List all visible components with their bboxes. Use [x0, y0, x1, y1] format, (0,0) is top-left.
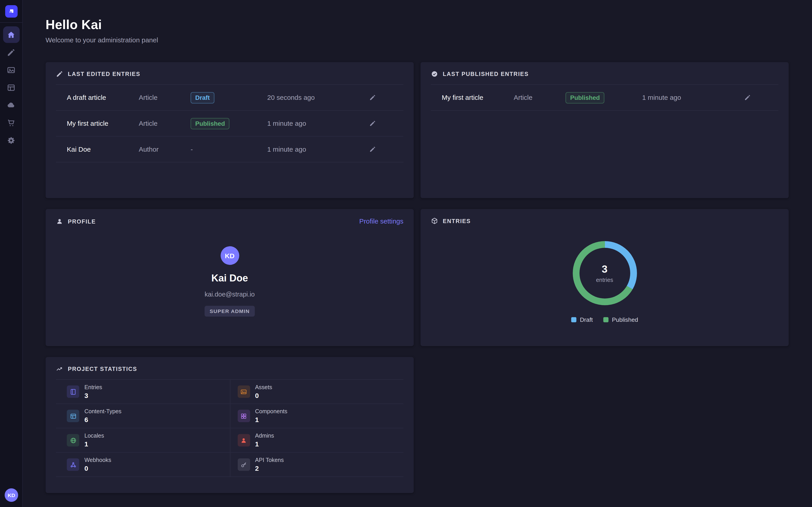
stat-value: 6	[84, 416, 121, 424]
trending-up-icon	[56, 365, 63, 373]
panel-title: LAST EDITED ENTRIES	[68, 71, 140, 77]
sidebar-item-marketplace[interactable]	[3, 114, 19, 131]
stat-label: Assets	[255, 384, 272, 390]
profile-name: Kai Doe	[211, 273, 248, 284]
globe-icon	[67, 434, 79, 446]
entry-kind: Article	[139, 119, 191, 127]
published-swatch	[603, 317, 608, 322]
entry-title: A draft article	[67, 94, 139, 101]
stat-value: 1	[255, 416, 287, 424]
stat-value: 1	[255, 440, 274, 448]
pencil-icon	[369, 94, 376, 101]
status-badge: Draft	[191, 92, 214, 103]
edit-entry-button[interactable]	[742, 92, 753, 103]
stat-label: API Tokens	[255, 457, 284, 463]
stat-value: 3	[84, 392, 102, 399]
edit-entry-button[interactable]	[367, 144, 378, 155]
sidebar-nav	[3, 26, 19, 149]
app-window: KD Hello Kai Welcome to your administrat…	[0, 0, 812, 507]
stat-label: Content-Types	[84, 408, 121, 414]
donut-label: entries	[596, 277, 613, 283]
donut-value: 3	[602, 264, 608, 275]
image-icon	[238, 385, 250, 398]
page-title: Hello Kai	[46, 17, 789, 32]
status-empty: -	[191, 145, 267, 153]
pencil-icon	[56, 70, 63, 77]
role-badge: SUPER ADMIN	[204, 306, 255, 317]
panel-last-published-entries: LAST PUBLISHED ENTRIES My first article …	[420, 62, 789, 198]
panel-title: ENTRIES	[443, 218, 471, 224]
profile-email: kai.doe@strapi.io	[205, 291, 255, 298]
layout-icon	[7, 83, 15, 92]
sidebar-item-content-type-builder[interactable]	[3, 79, 19, 96]
panel-project-statistics: PROJECT STATISTICS Entries 3	[46, 357, 414, 493]
legend-label: Published	[612, 317, 638, 323]
pencil-icon	[744, 94, 751, 101]
legend-item-published: Published	[603, 317, 638, 323]
person-icon	[56, 217, 63, 225]
stat-label: Components	[255, 408, 287, 414]
cloud-icon	[7, 101, 15, 110]
sidebar-item-media-library[interactable]	[3, 61, 19, 78]
page-subtitle: Welcome to your administration panel	[46, 36, 789, 44]
panel-title: PROJECT STATISTICS	[68, 366, 137, 372]
entries-donut: 3 entries	[572, 241, 637, 305]
panel-title: PROFILE	[68, 218, 96, 224]
entry-time: 20 seconds ago	[267, 94, 341, 101]
sidebar-item-home[interactable]	[3, 26, 19, 43]
stat-value: 2	[255, 465, 284, 472]
check-circle-icon	[431, 70, 438, 77]
stat-locales: Locales 1	[56, 428, 230, 453]
panel-last-edited-entries: LAST EDITED ENTRIES A draft article Arti…	[46, 62, 414, 198]
table-row[interactable]: My first article Article Published 1 min…	[56, 111, 404, 136]
sidebar-item-settings[interactable]	[3, 132, 19, 148]
draft-swatch	[571, 317, 576, 322]
entry-title: My first article	[442, 94, 514, 101]
chart-legend: Draft Published	[571, 317, 638, 323]
strapi-logo-icon	[5, 5, 17, 17]
entry-kind: Author	[139, 145, 191, 153]
stats-table: Entries 3 Assets 0	[56, 379, 404, 477]
stat-webhooks: Webhooks 0	[56, 453, 230, 477]
stat-value: 0	[255, 392, 272, 399]
sidebar-item-deploy[interactable]	[3, 97, 19, 113]
profile-avatar: KD	[220, 246, 239, 265]
table-row[interactable]: My first article Article Published 1 min…	[431, 85, 778, 111]
layout-icon	[67, 410, 79, 422]
status-badge: Published	[191, 118, 230, 129]
stat-entries: Entries 3	[56, 380, 230, 404]
edit-entry-button[interactable]	[367, 118, 378, 129]
home-icon	[7, 30, 15, 39]
dashboard-grid: LAST EDITED ENTRIES A draft article Arti…	[46, 62, 789, 493]
cart-icon	[7, 118, 15, 127]
puzzle-icon	[238, 410, 250, 422]
stat-content-types: Content-Types 6	[56, 404, 230, 428]
panel-title: LAST PUBLISHED ENTRIES	[443, 71, 529, 77]
stat-label: Webhooks	[84, 457, 111, 463]
nodes-icon	[67, 458, 79, 471]
profile-settings-link[interactable]: Profile settings	[359, 217, 404, 225]
sidebar-item-content-manager[interactable]	[3, 44, 19, 60]
pencil-icon	[7, 48, 15, 57]
legend-label: Draft	[580, 317, 593, 323]
pencil-icon	[369, 120, 376, 127]
table-row[interactable]: Kai Doe Author - 1 minute ago	[56, 136, 404, 163]
stat-assets: Assets 0	[230, 380, 403, 404]
entry-kind: Article	[514, 94, 566, 101]
table-row[interactable]: A draft article Article Draft 20 seconds…	[56, 85, 404, 111]
stat-label: Entries	[84, 384, 102, 390]
person-icon	[238, 434, 250, 446]
last-published-table: My first article Article Published 1 min…	[431, 84, 778, 111]
edit-entry-button[interactable]	[367, 92, 378, 103]
legend-item-draft: Draft	[571, 317, 593, 323]
user-avatar[interactable]: KD	[5, 488, 18, 502]
stat-value: 0	[84, 465, 111, 472]
strapi-logo[interactable]	[0, 0, 22, 23]
entry-title: Kai Doe	[67, 145, 139, 153]
cube-icon	[431, 217, 438, 224]
stat-admins: Admins 1	[230, 428, 403, 453]
image-icon	[7, 65, 15, 74]
entry-time: 1 minute ago	[642, 94, 716, 101]
entry-title: My first article	[67, 119, 139, 127]
key-icon	[238, 458, 250, 471]
